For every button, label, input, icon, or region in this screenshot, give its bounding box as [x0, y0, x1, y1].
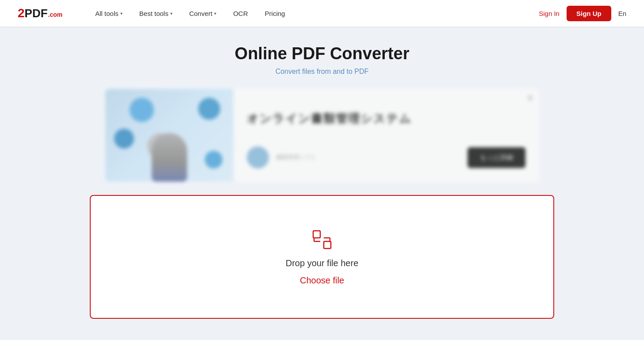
logo-2: 2	[18, 7, 25, 19]
dropzone-wrapper: Drop your file here Choose file	[90, 195, 554, 319]
ad-circle-1	[130, 98, 154, 122]
sign-in-link[interactable]: Sign In	[539, 10, 560, 17]
ad-user-text: 書類管理ソフト	[276, 153, 316, 161]
ad-person	[152, 133, 187, 182]
convert-label: Convert	[189, 10, 213, 17]
all-tools-chevron-icon: ▾	[120, 11, 123, 16]
convert-chevron-icon: ▾	[214, 11, 216, 16]
svg-rect-1	[324, 241, 331, 248]
ocr-label: OCR	[233, 10, 248, 17]
language-selector[interactable]: En	[618, 10, 626, 17]
svg-rect-0	[313, 231, 320, 238]
advertisement-banner: ✕ オンライン書類管理システム 書類管理ソフト もっと詳細	[105, 89, 539, 182]
page-subtitle: Convert files from and to PDF	[9, 68, 635, 76]
header: 2 PDF .com All tools ▾ Best tools ▾ Conv…	[0, 0, 644, 27]
ad-circle-5	[205, 151, 222, 168]
main-nav: All tools ▾ Best tools ▾ Convert ▾ OCR P…	[89, 6, 539, 21]
logo-com: .com	[48, 11, 63, 19]
ad-title: オンライン書類管理システム	[247, 111, 525, 126]
drop-text: Drop your file here	[286, 258, 359, 268]
ad-circle-3	[114, 129, 134, 149]
convert-icon-svg	[310, 228, 334, 251]
file-transfer-icon	[310, 228, 334, 251]
choose-file-link[interactable]: Choose file	[300, 275, 344, 286]
ad-image	[105, 89, 234, 182]
nav-pricing[interactable]: Pricing	[259, 6, 291, 21]
pricing-label: Pricing	[265, 10, 285, 17]
ad-close-icon[interactable]: ✕	[527, 93, 533, 103]
main-content: Online PDF Converter Convert files from …	[0, 27, 644, 332]
nav-ocr[interactable]: OCR	[227, 6, 254, 21]
ad-content: ✕ オンライン書類管理システム 書類管理ソフト もっと詳細	[234, 89, 539, 182]
best-tools-label: Best tools	[139, 10, 169, 17]
best-tools-chevron-icon: ▾	[170, 11, 172, 16]
logo[interactable]: 2 PDF .com	[18, 7, 62, 19]
ad-circle-2	[198, 98, 220, 120]
nav-best-tools[interactable]: Best tools ▾	[133, 6, 179, 21]
header-actions: Sign In Sign Up En	[539, 6, 626, 21]
nav-convert[interactable]: Convert ▾	[183, 6, 223, 21]
ad-cta-button[interactable]: もっと詳細	[468, 147, 525, 168]
sign-up-button[interactable]: Sign Up	[567, 6, 611, 21]
ad-user-avatar	[247, 146, 269, 168]
file-dropzone[interactable]: Drop your file here Choose file	[90, 195, 554, 319]
page-title: Online PDF Converter	[9, 44, 635, 63]
all-tools-label: All tools	[95, 10, 119, 17]
ad-bottom: 書類管理ソフト もっと詳細	[247, 146, 525, 168]
nav-all-tools[interactable]: All tools ▾	[89, 6, 129, 21]
logo-pdf: PDF	[25, 8, 48, 19]
